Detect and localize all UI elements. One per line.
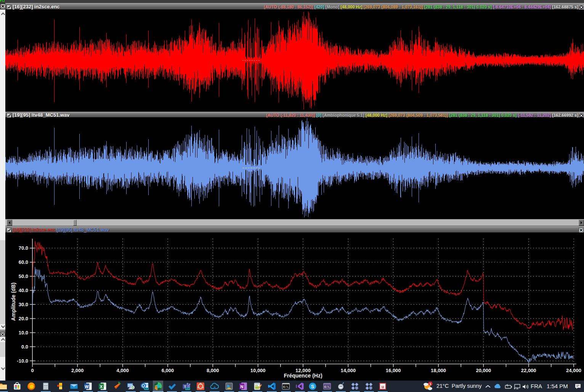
svg-text:10.0: 10.0 bbox=[19, 330, 28, 336]
svg-text:Fréquence (Hz): Fréquence (Hz) bbox=[284, 373, 322, 379]
svg-text:10,000: 10,000 bbox=[250, 368, 266, 373]
svg-text:X: X bbox=[100, 384, 103, 389]
svg-text:50.0: 50.0 bbox=[19, 273, 28, 279]
svg-text:70.0: 70.0 bbox=[19, 245, 28, 251]
svg-text:16,000: 16,000 bbox=[386, 368, 401, 373]
svg-text:20.0: 20.0 bbox=[19, 316, 28, 321]
svg-text:40.0: 40.0 bbox=[19, 288, 28, 293]
svg-text:24,000: 24,000 bbox=[566, 368, 581, 373]
svg-text:0.0: 0.0 bbox=[21, 344, 28, 350]
svg-text:2,000: 2,000 bbox=[71, 368, 84, 373]
svg-text:0: 0 bbox=[31, 368, 34, 373]
svg-text:22,000: 22,000 bbox=[521, 368, 536, 373]
svg-text:NEW: NEW bbox=[144, 388, 149, 390]
svg-text:1: 1 bbox=[429, 382, 431, 386]
svg-text:NEW: NEW bbox=[186, 388, 190, 390]
svg-text:60.0: 60.0 bbox=[19, 259, 28, 265]
svg-text:6,000: 6,000 bbox=[162, 368, 174, 373]
svg-text:....: .... bbox=[200, 389, 201, 390]
svg-text:u: u bbox=[382, 384, 384, 389]
svg-text:C:\_: C:\_ bbox=[324, 386, 331, 389]
svg-text:W: W bbox=[85, 384, 89, 389]
svg-text:-10.0: -10.0 bbox=[17, 358, 28, 364]
svg-text:S: S bbox=[311, 384, 314, 389]
svg-text:20,000: 20,000 bbox=[476, 368, 491, 373]
svg-text:18,000: 18,000 bbox=[431, 368, 446, 373]
svg-text:14,000: 14,000 bbox=[340, 368, 356, 373]
svg-text:Amplitude (dB): Amplitude (dB) bbox=[10, 283, 16, 321]
svg-text:C:\_: C:\_ bbox=[283, 386, 290, 389]
svg-text:30.0: 30.0 bbox=[19, 302, 28, 307]
svg-text:8,000: 8,000 bbox=[207, 368, 219, 373]
svg-text:4,000: 4,000 bbox=[116, 368, 129, 373]
svg-text:N: N bbox=[241, 384, 244, 389]
